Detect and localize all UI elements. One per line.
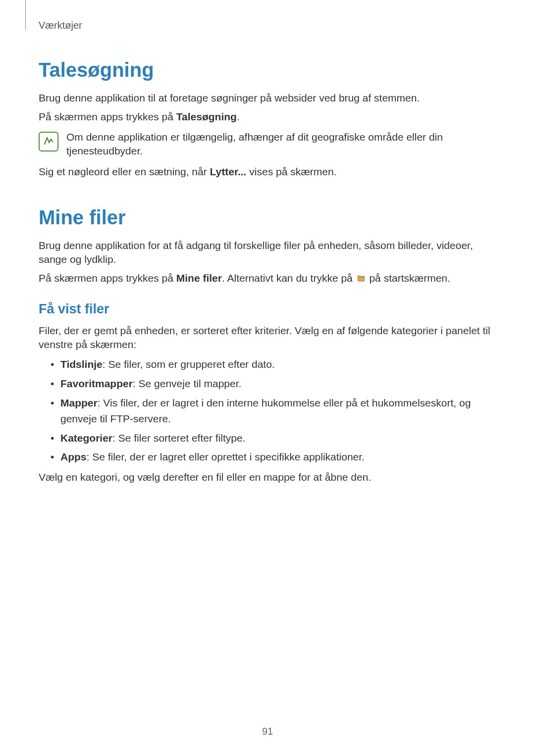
paragraph: På skærmen apps trykkes på Mine filer. A… (39, 271, 496, 285)
paragraph: Sig et nøgleord eller en sætning, når Ly… (39, 165, 496, 179)
list-label: Apps (60, 451, 87, 462)
paragraph: Brug denne applikation for at få adgang … (39, 239, 496, 267)
list-item: Tidslinje: Se filer, som er grupperet ef… (54, 356, 496, 373)
text: På skærmen apps trykkes på (39, 111, 176, 122)
bold-text: Lytter... (210, 166, 247, 177)
note-text: Om denne applikation er tilgængelig, afh… (66, 130, 496, 158)
text: . (237, 111, 240, 122)
bold-text: Mine filer (176, 272, 222, 284)
list-label: Favoritmapper (60, 378, 133, 389)
bullet-list: Tidslinje: Se filer, som er grupperet ef… (39, 356, 496, 465)
heading-mine-filer: Mine filer (39, 206, 496, 229)
text: Sig et nøgleord eller en sætning, når (39, 166, 210, 177)
list-text: : Vis filer, der er lagret i den interne… (60, 397, 471, 425)
page-content: Værktøjer Talesøgning Brug denne applika… (0, 0, 535, 484)
list-item: Mapper: Vis filer, der er lagret i den i… (54, 395, 496, 427)
text: . Alternativt kan du trykke på (222, 272, 356, 284)
text: på startskærmen. (367, 272, 450, 284)
heading-talesogning: Talesøgning (39, 59, 496, 81)
breadcrumb: Værktøjer (39, 20, 496, 31)
page-number: 91 (0, 726, 535, 737)
list-item: Favoritmapper: Se genveje til mapper. (54, 376, 496, 392)
folder-icon (357, 272, 366, 281)
paragraph: På skærmen apps trykkes på Talesøgning. (39, 110, 496, 124)
note-icon (39, 132, 58, 151)
list-item: Kategorier: Se filer sorteret efter filt… (54, 430, 496, 447)
list-text: : Se genveje til mapper. (133, 378, 241, 389)
list-item: Apps: Se filer, der er lagret eller opre… (54, 449, 496, 465)
left-margin-rule (25, 0, 26, 30)
list-label: Kategorier (60, 432, 112, 444)
list-text: : Se filer, som er grupperet efter dato. (103, 358, 275, 370)
paragraph: Vælg en kategori, og vælg derefter en fi… (39, 470, 496, 484)
bold-text: Talesøgning (176, 111, 237, 122)
paragraph: Brug denne applikation til at foretage s… (39, 91, 496, 105)
text: På skærmen apps trykkes på (39, 272, 176, 284)
paragraph: Filer, der er gemt på enheden, er sorter… (39, 324, 496, 352)
list-label: Mapper (60, 397, 98, 408)
list-text: : Se filer sorteret efter filtype. (112, 432, 245, 444)
subheading-fa-vist-filer: Få vist filer (39, 302, 496, 317)
text: vises på skærmen. (246, 166, 336, 177)
note-box: Om denne applikation er tilgængelig, afh… (39, 130, 496, 158)
list-text: : Se filer, der er lagret eller oprettet… (87, 451, 365, 462)
list-label: Tidslinje (60, 358, 103, 370)
